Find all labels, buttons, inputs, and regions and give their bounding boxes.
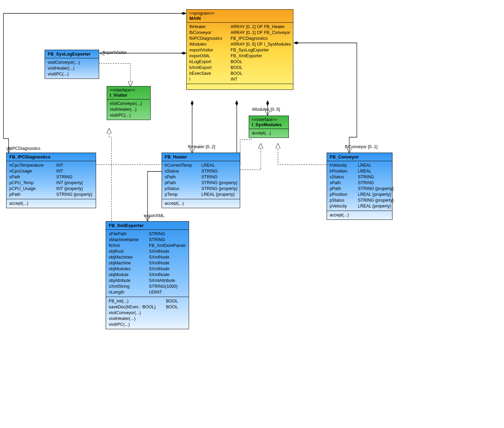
attr-row: lrVelocityLREAL [330,163,389,168]
class-xmlexporter: FB_XmlExporter sFilePathSTRINGsMachineNa… [106,221,189,329]
interface-isysmodules: <<interface>> I_SysModules accept(...) [249,116,289,138]
operation: visitHeater(...) [109,316,186,322]
attr-row: sPathSTRING [330,180,389,186]
attr-row: exportVisitorFB_SysLogExporter [189,47,290,53]
attr-row: sStatusSTRING [165,168,237,174]
attr-row: pCPU_UsageINT {property} [9,186,93,192]
attr-row: fbConveyorARRAY [0..1] OF FB_Conveyor [189,30,290,36]
attr-row: lrCurrentTempLREAL [165,163,237,168]
label-exportxml: exportXML [144,213,164,218]
attr-row: objMachineSXmlNode [109,260,186,266]
operation: visitIPC(...) [48,71,96,77]
attr-row: pPathSTRING {property} [330,186,389,192]
attr-row: nCpuTemperatureINT [9,163,93,168]
class-main: <<program>> MAIN fbHeaterARRAY [0..2] OF… [186,9,293,90]
class-title: I_SysModules [252,122,286,127]
attr-row: objModulesSXmlNode [109,266,186,272]
label-fbipcdiagnostics: fbIPCDiagnostics [8,146,40,151]
attr-row: pPathSTRING {property} [165,180,237,186]
class-title: FB_XmlExporter [109,223,186,228]
operation: visitConveyor(...) [110,101,148,107]
operation: visitConveyor(...) [109,310,186,316]
operation: visitConveyor(...) [48,60,96,66]
label-fbconveyor: fbConveyor [0..1] [345,144,377,149]
attr-row: pPathSTRING {property} [9,192,93,198]
operation: visitIPC(...) [110,112,148,118]
attr-row: bExecSaveBOOL [189,71,290,76]
attr-row: objMachinesSXmlNode [109,254,186,260]
attr-row: sFilePathSTRING [109,231,186,237]
attr-row: nLengthUDINT [109,289,186,295]
attr-row: sMachineNameSTRING [109,237,186,243]
stereotype: <<interface>> [252,117,286,122]
attr-row: objAttributeSXmlAttribute [109,278,186,284]
class-heater: FB_Heater lrCurrentTempLREALsStatusSTRIN… [162,153,240,208]
attr-row: exportXMLFB_XmlExporter [189,53,290,59]
class-title: FB_SysLogExporter [48,51,96,57]
class-title: FB_Heater [165,154,237,159]
attr-row: pPositionLREAL {property} [330,192,389,198]
operation: accept(...) [330,212,389,218]
label-imodules: iModules [0..5] [252,107,280,112]
operation: accept(...) [252,130,286,136]
attr-row: iINT [189,76,290,82]
attr-row: bLogExportBOOL [189,59,290,65]
attr-row: lrPositionLREAL [330,168,389,174]
attr-row: iModulesARRAY [0..5] OF I_SysModules [189,41,290,47]
attr-row: objRootSXmlNode [109,249,186,254]
attr-row: pVelocityLREAL {property} [330,203,389,209]
attr-row: pStatusSTRING {property} [165,186,237,192]
stereotype: <<program>> [189,11,290,16]
label-fbheater: fbHeater [0..2] [188,144,215,149]
operation: visitHeater(...) [110,107,148,112]
attr-row: pCPU_TempINT {property} [9,180,93,186]
attr-row: nCpuUsageINT [9,168,93,174]
attr-row: sStatusSTRING [330,174,389,180]
class-title: MAIN [189,16,290,21]
class-title: FB_Conveyor [330,154,389,159]
attr-row: sPathSTRING [165,174,237,180]
interface-ivisitor: <<interface>> I_Visitor visitConveyor(..… [107,86,151,120]
operation: visitHeater(...) [48,66,96,71]
class-syslogexporter: FB_SysLogExporter visitConveyor(...)visi… [45,50,99,79]
operation: visitIPC(...) [109,322,186,328]
attr-row: bXmlExportBOOL [189,65,290,71]
class-title: I_Visitor [110,93,148,98]
label-exportvisitor: exportVisitor [103,50,127,55]
operation: accept(...) [165,201,237,206]
attr-row: pStatusSTRING {property} [330,198,389,203]
operation: FB_init(...)BOOL [109,298,186,304]
attr-row: fbXmlFB_XmlDomParser [109,243,186,249]
attr-row: objModuleSXmlNode [109,272,186,278]
class-conveyor: FB_Conveyor lrVelocityLREALlrPositionLRE… [327,153,392,220]
class-title: FB_IPCDiagnostics [9,154,93,159]
operation: saveDoc(bExec : BOOL)BOOL [109,304,186,310]
attr-row: sPathSTRING [9,174,93,180]
operation: accept(...) [9,201,93,206]
stereotype: <<interface>> [110,88,148,93]
class-ipcdiagnostics: FB_IPCDiagnostics nCpuTemperatureINTnCpu… [6,153,96,208]
attr-row: pTempLREAL {property} [165,192,237,198]
attr-row: sXmlStringSTRING(1000) [109,284,186,289]
attr-row: fbIPCDiagnosticsFB_IPCDiagnostics [189,36,290,41]
attr-row: fbHeaterARRAY [0..2] OF FB_Heater [189,24,290,30]
